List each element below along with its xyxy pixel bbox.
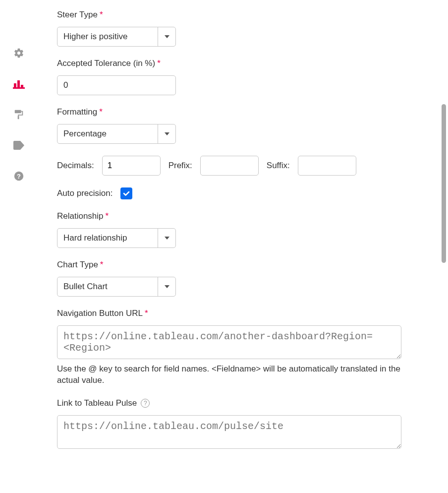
tag-icon[interactable] [13, 139, 25, 151]
chevron-down-icon [158, 124, 175, 143]
question-icon[interactable]: ? [141, 399, 150, 408]
svg-rect-5 [17, 116, 19, 119]
steer-type-label: Steer Type* [57, 10, 433, 20]
auto-precision-label: Auto precision: [57, 188, 112, 198]
field-relationship: Relationship* Hard relationship [57, 211, 433, 248]
nav-url-label: Navigation Button URL* [57, 308, 433, 318]
check-icon [122, 189, 130, 197]
field-pulse-link: Link to Tableau Pulse ? [57, 398, 433, 451]
svg-rect-3 [21, 85, 23, 87]
accepted-tolerance-label: Accepted Tolerance (in %)* [57, 59, 433, 68]
chart-bar-icon[interactable] [13, 78, 25, 90]
chevron-down-icon [158, 277, 175, 296]
formatting-value: Percentage [57, 124, 158, 143]
field-chart-type: Chart Type* Bullet Chart [57, 260, 433, 297]
decimals-label: Decimals: [57, 161, 94, 171]
gear-icon[interactable] [13, 47, 25, 59]
field-auto-precision: Auto precision: [57, 187, 433, 199]
svg-rect-1 [14, 83, 16, 87]
field-steer-type: Steer Type* Higher is positive [57, 10, 433, 47]
field-formatting: Formatting* Percentage [57, 107, 433, 144]
steer-type-select[interactable]: Higher is positive [57, 27, 176, 47]
pulse-link-label: Link to Tableau Pulse ? [57, 398, 433, 408]
prefix-input[interactable] [200, 156, 259, 176]
form-panel: Steer Type* Higher is positive Accepted … [37, 0, 448, 493]
svg-text:?: ? [17, 173, 21, 180]
prefix-label: Prefix: [168, 161, 192, 171]
svg-rect-4 [14, 110, 21, 113]
accepted-tolerance-input[interactable] [57, 75, 176, 95]
nav-url-input[interactable] [57, 325, 401, 359]
pulse-link-input[interactable] [57, 415, 401, 449]
decimals-input[interactable] [102, 156, 161, 176]
formatting-label: Formatting* [57, 107, 433, 117]
relationship-select[interactable]: Hard relationship [57, 228, 176, 248]
chevron-down-icon [158, 27, 175, 46]
steer-type-value: Higher is positive [57, 27, 158, 46]
paint-roller-icon[interactable] [13, 109, 25, 121]
formatting-select[interactable]: Percentage [57, 124, 176, 144]
scrollbar-thumb[interactable] [442, 104, 446, 263]
chevron-down-icon [158, 229, 175, 247]
sidebar: ? [0, 0, 37, 493]
field-number-format-row: Decimals: Prefix: Suffix: [57, 156, 433, 176]
svg-rect-0 [13, 87, 25, 89]
app-root: ? Steer Type* Higher is positive Accepte… [0, 0, 448, 493]
field-nav-url: Navigation Button URL* Use the @ key to … [57, 308, 433, 386]
nav-url-help: Use the @ key to search for field names.… [57, 364, 401, 386]
chart-type-label: Chart Type* [57, 260, 433, 270]
suffix-input[interactable] [298, 156, 356, 176]
relationship-value: Hard relationship [57, 229, 158, 247]
chart-type-value: Bullet Chart [57, 277, 158, 296]
help-icon[interactable]: ? [13, 170, 25, 182]
chart-type-select[interactable]: Bullet Chart [57, 277, 176, 297]
suffix-label: Suffix: [267, 161, 290, 171]
relationship-label: Relationship* [57, 211, 433, 221]
svg-rect-2 [17, 80, 20, 87]
field-accepted-tolerance: Accepted Tolerance (in %)* [57, 59, 433, 95]
auto-precision-checkbox[interactable] [120, 187, 132, 199]
